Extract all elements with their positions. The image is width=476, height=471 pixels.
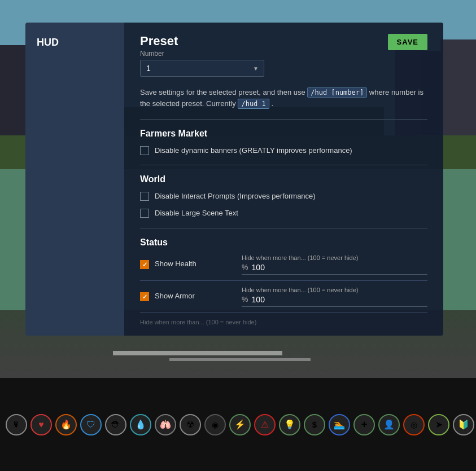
- divider-2: [140, 165, 427, 165]
- heart-icon[interactable]: ♥: [30, 414, 52, 435]
- warn-icon[interactable]: ⚠: [254, 414, 276, 435]
- lung-icon[interactable]: 🫁: [155, 414, 176, 435]
- plus-icon[interactable]: +: [353, 414, 375, 435]
- speed-icon[interactable]: ⚡: [229, 414, 251, 435]
- divider-1: [140, 119, 427, 120]
- sidebar-title: HUD: [25, 31, 124, 54]
- save-button[interactable]: SAVE: [388, 34, 427, 50]
- code-command: /hud [number]: [307, 87, 367, 98]
- armor-value[interactable]: 100: [252, 295, 265, 304]
- bottom-hud-bar: 🎙 ♥ 🔥 🛡 ⛑ 💧 🫁 ☢ ◉ ⚡ ⚠ 💡 $ 🏊 + 👤 ◎ ➤ 🔰 🧭: [0, 378, 476, 471]
- water-icon[interactable]: 💧: [130, 414, 151, 435]
- world-row-2: Disable Large Scene Text: [140, 208, 427, 218]
- preset-title: Preset: [140, 34, 264, 49]
- farmers-market-row: Disable dynamic banners (GREATLY improve…: [140, 146, 427, 156]
- health-percent-sign: %: [242, 263, 248, 271]
- armor-divider: [140, 312, 427, 313]
- preset-select-wrapper: 1 2 3 4 5 ▼: [140, 60, 264, 77]
- armor-hide-label: Hide when more than... (100 = never hide…: [242, 287, 427, 293]
- shield-icon[interactable]: 🛡: [80, 414, 102, 435]
- more-hide-label: Hide when more than... (100 = never hide…: [140, 319, 427, 325]
- show-health-label: Show Health: [155, 259, 196, 269]
- sidebar: HUD: [25, 23, 124, 336]
- circle2-icon[interactable]: ◎: [403, 414, 425, 435]
- show-armor-checkbox[interactable]: [140, 292, 149, 301]
- helm-icon[interactable]: ⛑: [105, 414, 126, 435]
- db-icon[interactable]: ◉: [204, 414, 226, 435]
- world-label-1: Disable Interact Prompts (Improves perfo…: [155, 191, 316, 201]
- partial-row: Hide when more than... (100 = never hide…: [140, 319, 427, 325]
- bulb-icon[interactable]: 💡: [279, 414, 300, 435]
- show-armor-left: Show Armor: [140, 291, 242, 301]
- number-label: Number: [140, 50, 264, 58]
- preset-info: Preset Number 1 2 3 4 5 ▼: [140, 34, 264, 85]
- show-health-row: Show Health Hide when more than... (100 …: [140, 254, 427, 275]
- code-current: /hud 1: [238, 99, 269, 109]
- swim-icon[interactable]: 🏊: [329, 414, 350, 435]
- show-health-right: Hide when more than... (100 = never hide…: [242, 254, 427, 275]
- world-row-1: Disable Interact Prompts (Improves perfo…: [140, 191, 427, 201]
- show-armor-label: Show Armor: [155, 291, 195, 301]
- preset-header: Preset Number 1 2 3 4 5 ▼ SAVE: [140, 34, 427, 85]
- health-hide-label: Hide when more than... (100 = never hide…: [242, 254, 427, 261]
- description-text: Save settings for the selected preset, a…: [140, 87, 427, 109]
- armor-percent-sign: %: [242, 295, 248, 303]
- farmers-market-label: Disable dynamic banners (GREATLY improve…: [155, 146, 352, 156]
- preset-select[interactable]: 1 2 3 4 5: [140, 60, 264, 77]
- rad-icon[interactable]: ☢: [180, 414, 201, 435]
- show-armor-right: Hide when more than... (100 = never hide…: [242, 287, 427, 307]
- armor-percent-wrapper: % 100: [242, 295, 427, 307]
- mic-icon[interactable]: 🎙: [6, 414, 27, 435]
- divider-3: [140, 228, 427, 228]
- farmers-market-checkbox[interactable]: [140, 146, 149, 155]
- world-label-2: Disable Large Scene Text: [155, 208, 238, 218]
- main-content: Preset Number 1 2 3 4 5 ▼ SAVE Save sett…: [124, 23, 443, 336]
- status-title: Status: [140, 237, 427, 248]
- hud-panel: HUD Preset Number 1 2 3 4 5 ▼ SAV: [25, 23, 443, 336]
- world-title: World: [140, 174, 427, 184]
- show-health-left: Show Health: [140, 259, 242, 269]
- nav-icon[interactable]: ➤: [428, 414, 449, 435]
- health-value[interactable]: 100: [252, 263, 265, 272]
- world-checkbox-1[interactable]: [140, 192, 149, 201]
- farmers-market-title: Farmers Market: [140, 129, 427, 139]
- health-divider: [140, 280, 427, 281]
- health-percent-wrapper: % 100: [242, 263, 427, 275]
- show-health-checkbox[interactable]: [140, 260, 149, 269]
- fire-icon[interactable]: 🔥: [55, 414, 77, 435]
- world-checkbox-2[interactable]: [140, 209, 149, 218]
- dollar-icon[interactable]: $: [304, 414, 325, 435]
- badge-icon[interactable]: 🔰: [453, 414, 474, 435]
- show-armor-row: Show Armor Hide when more than... (100 =…: [140, 287, 427, 307]
- person-icon[interactable]: 👤: [378, 414, 400, 435]
